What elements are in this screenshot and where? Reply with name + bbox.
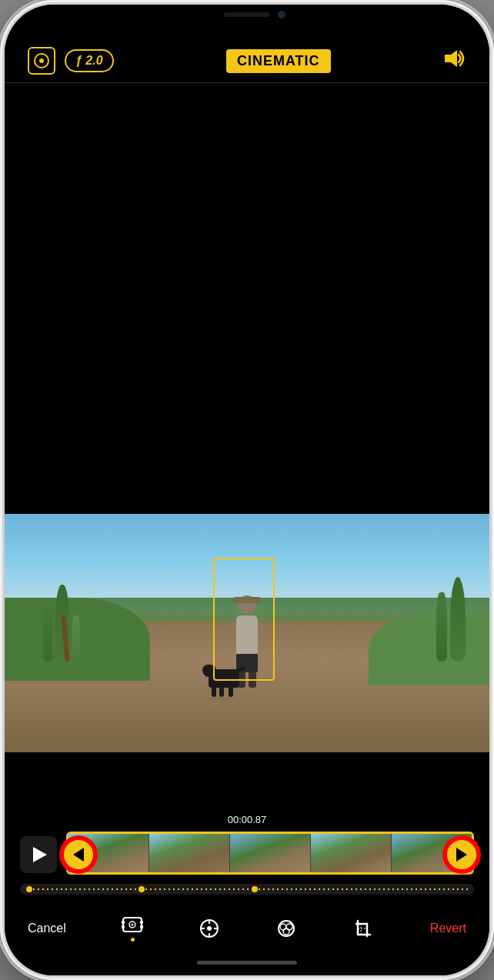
black-space-top — [5, 83, 489, 514]
revert-label: Revert — [430, 922, 466, 935]
tree-group-right — [436, 577, 466, 662]
revert-button[interactable]: Revert — [430, 922, 466, 935]
timeline-handle-right[interactable] — [445, 838, 479, 872]
cinematic-tool-icon — [122, 915, 143, 935]
svg-point-9 — [207, 926, 212, 931]
phone-frame: ƒ 2.0 CINEMATIC — [0, 0, 494, 980]
timestamp: 00:00.87 — [20, 814, 474, 825]
handle-right-arrow — [456, 848, 467, 862]
video-scene — [5, 514, 489, 752]
palm-tree-left — [63, 615, 68, 662]
crop-tool-button[interactable] — [353, 918, 375, 939]
timeline-strip-wrapper — [66, 832, 474, 878]
focus-icon[interactable] — [28, 47, 55, 75]
play-icon — [33, 847, 47, 862]
aperture-badge[interactable]: ƒ 2.0 — [65, 49, 114, 72]
handle-left-arrow — [73, 848, 84, 862]
svg-point-7 — [132, 924, 134, 926]
focus-rectangle — [213, 558, 275, 681]
progress-track — [20, 884, 474, 895]
svg-rect-5 — [140, 925, 143, 928]
filter-tool-icon — [275, 918, 297, 939]
film-thumbnail-4 — [311, 834, 391, 872]
cinematic-badge[interactable]: CINEMATIC — [226, 49, 331, 73]
speaker-grille — [224, 12, 270, 17]
notch — [185, 5, 309, 28]
filter-tool-button[interactable] — [275, 918, 297, 939]
timeline-row — [20, 832, 474, 878]
cinematic-tool-dot — [131, 938, 135, 942]
progress-dot-mid2 — [252, 886, 258, 892]
play-button[interactable] — [20, 836, 57, 873]
screen: ƒ 2.0 CINEMATIC — [5, 5, 489, 975]
progress-dotted-line-2 — [145, 888, 250, 890]
progress-dotted-line-3 — [259, 888, 469, 890]
top-bar-left: ƒ 2.0 — [28, 47, 114, 75]
progress-dot-start — [26, 886, 32, 892]
cancel-label: Cancel — [28, 922, 66, 935]
svg-rect-2 — [122, 921, 125, 924]
black-space-bottom — [5, 752, 489, 814]
adjust-tool-icon — [199, 918, 220, 939]
progress-dotted-line-1 — [33, 888, 138, 890]
sound-icon[interactable] — [443, 48, 466, 74]
progress-dot-mid1 — [139, 886, 145, 892]
timeline-strip[interactable] — [66, 832, 474, 875]
crop-tool-icon — [353, 918, 375, 939]
front-camera — [278, 11, 285, 18]
timeline-handle-left[interactable] — [62, 838, 95, 872]
film-thumbnail-3 — [230, 834, 310, 872]
film-frame-2 — [149, 834, 230, 872]
cinematic-tool-button[interactable] — [122, 915, 143, 942]
timeline-section: 00:00.87 — [5, 814, 489, 902]
svg-marker-0 — [445, 50, 457, 67]
svg-point-17 — [283, 928, 289, 935]
film-frame-3 — [230, 834, 311, 872]
video-preview[interactable] — [5, 514, 489, 752]
grass-right — [369, 614, 490, 685]
home-indicator — [5, 949, 489, 975]
svg-rect-3 — [122, 925, 125, 928]
svg-rect-4 — [140, 921, 143, 924]
home-bar — [197, 961, 297, 965]
film-frame-4 — [311, 834, 392, 872]
cancel-button[interactable]: Cancel — [28, 922, 66, 935]
film-thumbnail-2 — [149, 834, 229, 872]
bottom-toolbar: Cancel — [5, 902, 489, 949]
phone-screen: ƒ 2.0 CINEMATIC — [5, 5, 489, 975]
adjust-tool-button[interactable] — [199, 918, 220, 939]
